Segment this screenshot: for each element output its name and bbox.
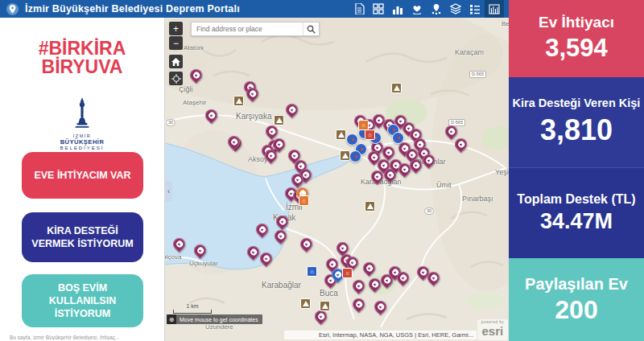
coordinate-widget: ⊕ Move mouse to get coordinates: [167, 314, 262, 324]
sidebar-action-button-0[interactable]: EVE İHTİYACIM VAR: [22, 152, 143, 199]
sidebar: #BİRKİRA BİRYUVA İZMİR BÜYÜKŞEHİR BE: [0, 18, 165, 341]
stats-panel: Ev İhtiyacı3,594Kira Desteği Veren Kişi3…: [509, 0, 644, 341]
app-header: İzmir Büyükşehir Belediyesi Deprem Porta…: [0, 0, 509, 18]
map-place-label: Buca: [320, 289, 338, 298]
map-place-label: Üçkuyular: [189, 260, 218, 267]
map-attribution: Esri, Intermap, NASA, NGA, USGS | Esri, …: [284, 331, 477, 339]
map-pin-house-need[interactable]: ♥: [443, 123, 460, 140]
campaign-line-1: #BİRKİRA: [0, 39, 164, 58]
map-pin-house-need[interactable]: ♥: [378, 272, 395, 289]
map-pin-house-need[interactable]: ♥: [254, 221, 270, 238]
map-pin-house-need[interactable]: ♥: [369, 168, 386, 185]
search-button[interactable]: [303, 23, 319, 35]
map-pin-house-need[interactable]: ♥: [361, 260, 378, 277]
zoom-out-button[interactable]: −: [169, 36, 183, 50]
map-canvas[interactable]: AtatürkÇiğliAtaşehirKarşıyakaAksoyKonakİ…: [165, 18, 509, 341]
road-shield: 30: [424, 207, 434, 215]
zoom-in-button[interactable]: +: [169, 22, 183, 35]
map-place-label: Pınarbaşı: [462, 195, 493, 203]
legend-icon[interactable]: [465, 0, 485, 18]
map-pin-house-need[interactable]: ♥: [274, 213, 291, 230]
map-marker-blue-square[interactable]: ⌂: [307, 266, 317, 277]
stat-label: Paylaşılan Ev: [525, 275, 628, 293]
earthquake-portal-app: İzmir Büyükşehir Belediyesi Deprem Porta…: [0, 0, 644, 341]
map-pin-house-need[interactable]: ♥: [420, 152, 437, 169]
map-place-label: Karabağlar: [262, 281, 301, 290]
map-marker-orange-square[interactable]: ⌂: [299, 195, 309, 206]
map-pin-house-need[interactable]: ♥: [244, 85, 261, 102]
map-pin-house-need[interactable]: ♥: [272, 228, 289, 244]
stat-card-0: Ev İhtiyacı3,594: [509, 0, 644, 77]
sidebar-action-button-2[interactable]: BOŞ EVİM KULLANILSIN İSTİYORUM: [22, 274, 143, 327]
esri-logo: powered by esri: [477, 319, 508, 340]
near-me-icon[interactable]: [427, 0, 446, 18]
map-place-label: Karaçam: [455, 48, 484, 56]
sidebar-actions: EVE İHTİYACIM VARKİRA DESTEĞİ VERMEK İST…: [22, 152, 143, 327]
map-pin-house-need[interactable]: ♥: [192, 242, 208, 259]
map-marker-camp[interactable]: [233, 96, 244, 106]
map-pin-house-need[interactable]: ♥: [283, 101, 300, 118]
esri-wordmark: esri: [482, 324, 504, 338]
map-pin-house-need[interactable]: ♥: [258, 250, 275, 267]
map-marker-support[interactable]: ♥: [349, 150, 361, 162]
stat-card-3: Paylaşılan Ev200: [509, 258, 644, 341]
panel-collapse-tab[interactable]: ‹: [165, 181, 172, 202]
map-place-label: Atatürk: [184, 44, 204, 51]
map-pin-house-need[interactable]: ♥: [350, 277, 367, 294]
stat-value: 3,594: [545, 34, 608, 63]
search-box: [191, 22, 320, 36]
road-shield: 30: [166, 119, 175, 126]
map-marker-camp[interactable]: [365, 201, 375, 212]
map-pin-logo-icon: [6, 3, 19, 15]
map-pin-house-need[interactable]: ♥: [203, 107, 220, 124]
clock-tower-icon: [72, 97, 93, 129]
home-button[interactable]: [169, 55, 183, 68]
map-marker-camp[interactable]: [336, 129, 346, 140]
map-pin-house-need[interactable]: ♥: [262, 147, 279, 164]
map-pin-house-need[interactable]: ♥: [289, 171, 306, 188]
map-marker-camp[interactable]: [391, 83, 402, 93]
donation-heart-icon[interactable]: [407, 0, 427, 18]
stat-label: Toplam Destek (TL): [517, 192, 635, 207]
document-icon[interactable]: [349, 0, 369, 18]
map-marker-camp[interactable]: [320, 301, 330, 311]
map-marker-camp[interactable]: [274, 115, 284, 125]
map-marker-camp[interactable]: [300, 298, 311, 309]
map-pin-house-need[interactable]: ♥: [225, 134, 242, 150]
map-pin-house-need[interactable]: ♥: [394, 269, 411, 286]
municipality-logo: İZMİR BÜYÜKŞEHİR BELEDİYESİ: [0, 97, 164, 150]
map-pin-house-need[interactable]: ♥: [188, 67, 204, 84]
map-marker-red-square[interactable]: ⌂: [342, 268, 353, 278]
map-place-label: Karşıyaka: [236, 112, 271, 121]
layers-icon[interactable]: [446, 0, 465, 18]
logo-text-belediyesi: BELEDİYESİ: [0, 146, 164, 150]
road-shield: D-565: [469, 71, 486, 78]
stat-value: 200: [555, 295, 597, 325]
map-pin-house-need[interactable]: ♥: [298, 236, 315, 253]
coordinate-crosshair-icon: ⊕: [167, 314, 176, 324]
map-marker-support[interactable]: ♥: [392, 132, 404, 144]
sidebar-action-button-1[interactable]: KİRA DESTEĞİ VERMEK İSTİYORUM: [22, 212, 143, 262]
scale-line: [173, 310, 212, 314]
stat-value: 34.47M: [540, 209, 613, 234]
map-place-label: Balçova: [165, 253, 181, 261]
basemap-gallery-icon[interactable]: [369, 0, 388, 18]
map-pin-house-need[interactable]: ♥: [372, 298, 389, 315]
locate-button[interactable]: [169, 72, 183, 85]
stat-label: Kira Desteği Veren Kişi: [513, 97, 641, 110]
map-pin-house-need[interactable]: ♥: [382, 166, 398, 183]
search-input[interactable]: [192, 23, 303, 35]
chart-icon[interactable]: [388, 0, 407, 18]
stat-value: 3,810: [540, 113, 613, 147]
map-pin-house-need[interactable]: ♥: [425, 269, 442, 286]
map-pin-house-need[interactable]: ♥: [366, 276, 383, 293]
map-place-label: Çiğli: [179, 85, 193, 93]
infographic-icon[interactable]: [485, 0, 504, 18]
map-pin-house-need[interactable]: ♥: [350, 296, 367, 313]
map-place-label: Yeşilova: [495, 168, 509, 176]
map-pin-house-need[interactable]: ♥: [452, 136, 469, 153]
map-pin-house-need[interactable]: ♥: [245, 244, 262, 261]
map-pin-house-need[interactable]: ♥: [171, 236, 188, 253]
map-marker-red-square[interactable]: ⌂: [365, 129, 375, 140]
sidebar-footnote: Bu sayfa, İzmir Büyükşehir Belediyesi, İ…: [10, 335, 161, 340]
